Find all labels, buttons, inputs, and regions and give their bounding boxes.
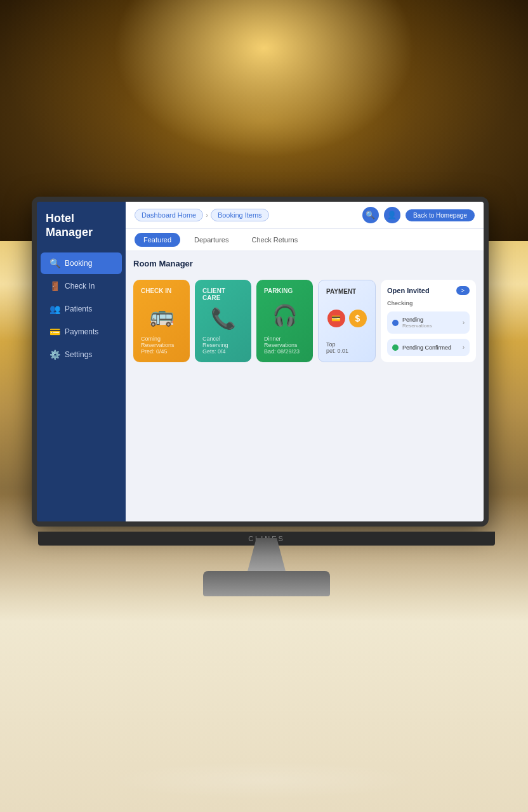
payment-card-sub1: Top	[326, 341, 367, 348]
clientcare-card-icon: 📞	[202, 306, 244, 331]
app-layout: Hotel Manager 🔍 Booking 🚪 Check In 👥 Pat…	[37, 202, 484, 521]
parking-card-icon: 🎧	[264, 303, 305, 327]
clientcare-card-sub2: Gets: 0/4	[202, 348, 244, 355]
breadcrumb-sep: ›	[206, 211, 208, 219]
pending-label: Pending	[402, 317, 459, 323]
tab-bar: Featured Departures Check Returns	[126, 229, 484, 251]
content-area: Room Manager Check In 🚌 Coming Reservati…	[126, 251, 484, 521]
followup-status-dot	[392, 344, 399, 351]
sidebar-label-patients: Patients	[65, 304, 92, 313]
pending-chevron-icon: ›	[463, 319, 465, 326]
right-panel-expand-button[interactable]: >	[456, 286, 470, 295]
card-grid: Check In 🚌 Coming Reservations Pred: 0/4…	[133, 280, 376, 362]
followup-chevron-icon: ›	[463, 344, 465, 351]
payment-card-sub2: pet: 0.01	[326, 348, 367, 354]
breadcrumb-home[interactable]: Dashboard Home	[135, 209, 203, 221]
payments-icon: 💳	[50, 327, 60, 337]
right-panel-item-pending[interactable]: Pending Reservations ›	[387, 311, 470, 334]
sidebar-item-patients[interactable]: 👥 Patients	[41, 298, 122, 320]
payment-icon-btn[interactable]: $	[349, 310, 367, 327]
patients-icon: 👥	[50, 304, 60, 314]
sidebar-label-payments: Payments	[65, 327, 98, 336]
topbar-right: 🔍 👤 Back to Homepage	[362, 207, 475, 223]
parking-card[interactable]: Parking 🎧 Dinner Reservations Bad: 08/29…	[256, 280, 313, 362]
monitor-screen: Hotel Manager 🔍 Booking 🚪 Check In 👥 Pat…	[32, 197, 489, 527]
profile-button[interactable]: 👤	[384, 207, 400, 223]
right-panel-header: Open Invited >	[387, 286, 470, 295]
sidebar-item-checkin[interactable]: 🚪 Check In	[41, 275, 122, 297]
settings-icon: ⚙️	[50, 350, 60, 360]
room-icon-btn[interactable]: 💳	[327, 310, 345, 327]
checkin-card-sub2: Pred: 0/45	[141, 348, 182, 355]
section-room-manager-title: Room Manager	[133, 259, 476, 268]
tab-departures[interactable]: Departures	[185, 233, 237, 247]
sidebar: Hotel Manager 🔍 Booking 🚪 Check In 👥 Pat…	[37, 202, 126, 521]
monitor-reflection	[105, 761, 423, 799]
pending-status-dot	[392, 320, 399, 326]
app-title: Hotel Manager	[37, 212, 126, 252]
topbar: Dashboard Home › Booking Items 🔍 👤 Back …	[126, 202, 484, 229]
checkin-card[interactable]: Check In 🚌 Coming Reservations Pred: 0/4…	[133, 280, 190, 362]
parking-card-label: Parking	[264, 287, 305, 294]
sidebar-item-payments[interactable]: 💳 Payments	[41, 321, 122, 343]
parking-card-sub1: Dinner Reservations	[264, 336, 305, 348]
booking-icon: 🔍	[50, 258, 60, 268]
right-panel-title: Open Invited	[387, 287, 430, 294]
right-panel-item-followup[interactable]: Pending Confirmed ›	[387, 339, 470, 356]
checkin-card-sub1: Coming Reservations	[141, 336, 182, 348]
sidebar-label-booking: Booking	[65, 259, 92, 268]
payment-card-icons: 💳 $	[326, 310, 367, 327]
cards-and-panel-row: Check In 🚌 Coming Reservations Pred: 0/4…	[133, 280, 476, 362]
parking-card-sub2: Bad: 08/29/23	[264, 348, 305, 355]
search-button[interactable]: 🔍	[362, 207, 379, 223]
payment-card[interactable]: Payment 💳 $ Top pet: 0.01	[318, 280, 376, 362]
followup-label: Pending Confirmed	[402, 344, 459, 351]
monitor-stand-base	[203, 571, 330, 596]
clientcare-card-sub1: Cancel Reserving	[202, 336, 244, 348]
monitor-wrap: Hotel Manager 🔍 Booking 🚪 Check In 👥 Pat…	[32, 197, 501, 628]
breadcrumb: Dashboard Home › Booking Items	[135, 209, 269, 221]
tab-featured[interactable]: Featured	[135, 233, 180, 247]
pending-sub: Reservations	[402, 323, 459, 329]
clientcare-card[interactable]: Client Care 📞 Cancel Reserving Gets: 0/4	[195, 280, 251, 362]
payment-card-label: Payment	[326, 288, 367, 295]
sidebar-item-settings[interactable]: ⚙️ Settings	[41, 344, 122, 365]
sidebar-label-checkin: Check In	[65, 282, 95, 291]
right-panel-subtitle: Checking	[387, 300, 470, 306]
back-homepage-button[interactable]: Back to Homepage	[406, 209, 475, 221]
clientcare-card-label: Client Care	[202, 287, 244, 301]
checkin-card-icon: 🚌	[141, 303, 182, 327]
breadcrumb-current[interactable]: Booking Items	[211, 209, 269, 221]
sidebar-item-booking[interactable]: 🔍 Booking	[41, 252, 122, 274]
checkin-icon: 🚪	[50, 281, 60, 291]
checkin-card-label: Check In	[141, 287, 182, 294]
tab-check-out[interactable]: Check Returns	[242, 233, 307, 247]
right-panel: Open Invited > Checking Pending Reservat…	[381, 280, 476, 362]
main-content: Dashboard Home › Booking Items 🔍 👤 Back …	[126, 202, 484, 521]
sidebar-label-settings: Settings	[65, 350, 92, 359]
